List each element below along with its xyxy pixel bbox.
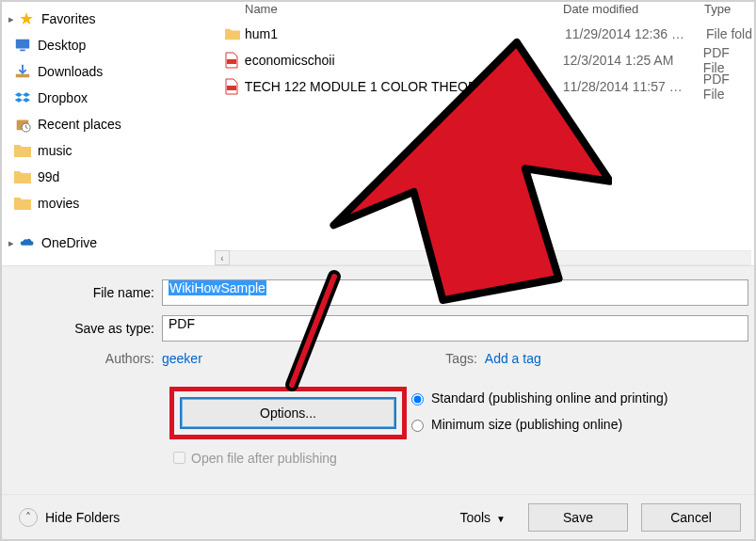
- save-button-label: Save: [563, 510, 593, 525]
- tools-dropdown[interactable]: Tools▼: [459, 510, 506, 525]
- optimize-minimum-radio[interactable]: Minimum size (publishing online): [407, 417, 754, 432]
- chevron-up-icon: ˄: [19, 508, 38, 527]
- sidebar-item-label: Downloads: [38, 64, 103, 79]
- standard-radio-input[interactable]: [411, 393, 424, 406]
- svg-rect-2: [16, 74, 29, 78]
- sidebar-item-label: Desktop: [38, 38, 86, 53]
- options-button-label: Options...: [260, 406, 316, 421]
- col-name-header[interactable]: Name: [215, 2, 563, 21]
- options-highlight: Options...: [169, 387, 407, 439]
- standard-radio-label: Standard (publishing online and printing…: [431, 390, 668, 406]
- authors-value[interactable]: geeker: [162, 351, 202, 366]
- open-file-checkbox[interactable]: Open file after publishing: [169, 449, 407, 467]
- file-row-pdf[interactable]: TECH 122 MODULE 1 COLOR THEORIES(2) 11/2…: [215, 73, 754, 100]
- pdf-icon: [224, 78, 245, 95]
- optimize-standard-radio[interactable]: Standard (publishing online and printing…: [407, 390, 754, 406]
- options-button[interactable]: Options...: [180, 397, 396, 429]
- save-form: File name: WikiHowSample Save as type: P…: [2, 265, 754, 494]
- file-date: 12/3/2014 1:25 AM: [563, 53, 703, 68]
- file-name: hum1: [245, 26, 565, 41]
- folder-icon: [224, 26, 245, 41]
- file-type: File fold: [706, 26, 752, 41]
- cancel-button[interactable]: Cancel: [641, 503, 741, 532]
- open-file-checkbox-input[interactable]: [173, 452, 185, 464]
- saveastype-select[interactable]: PDF: [162, 315, 748, 342]
- onedrive-icon: [17, 233, 36, 252]
- sidebar-item-desktop[interactable]: Desktop: [6, 32, 213, 58]
- sidebar-item-music[interactable]: music: [6, 137, 213, 164]
- scroll-left-button[interactable]: ‹: [215, 250, 230, 265]
- col-type-header[interactable]: Type: [704, 2, 754, 21]
- folder-icon: [13, 167, 32, 186]
- cancel-button-label: Cancel: [670, 510, 712, 525]
- folder-icon: [13, 194, 32, 213]
- authors-label: Authors:: [2, 351, 162, 366]
- filename-value: WikiHowSample: [169, 280, 266, 295]
- hide-folders-label: Hide Folders: [45, 510, 120, 525]
- sidebar-onedrive-label: OneDrive: [41, 235, 97, 250]
- svg-rect-6: [227, 86, 236, 90]
- file-type: PDF File: [703, 72, 754, 102]
- file-name: TECH 122 MODULE 1 COLOR THEORIES(2): [245, 79, 563, 94]
- downloads-icon: [13, 62, 32, 81]
- folder-icon: [13, 141, 32, 160]
- sidebar-onedrive[interactable]: ▸ OneDrive: [6, 230, 213, 256]
- expand-icon: ▸: [6, 13, 17, 25]
- save-button[interactable]: Save: [528, 503, 628, 532]
- star-icon: ★: [17, 9, 36, 28]
- tags-value[interactable]: Add a tag: [485, 351, 541, 366]
- sidebar-item-label: 99d: [38, 169, 59, 184]
- minimum-radio-label: Minimum size (publishing online): [431, 417, 622, 432]
- file-date: 11/28/2014 11:57 …: [563, 79, 703, 94]
- dialog-bottom-bar: ˄ Hide Folders Tools▼ Save Cancel: [2, 494, 754, 539]
- file-date: 11/29/2014 12:36 …: [565, 26, 706, 41]
- saveastype-label: Save as type:: [2, 321, 162, 336]
- sidebar-item-99d[interactable]: 99d: [6, 164, 213, 190]
- file-row-pdf[interactable]: economicschoii 12/3/2014 1:25 AM PDF Fil…: [215, 47, 754, 73]
- file-name: economicschoii: [245, 53, 563, 68]
- horizontal-scrollbar[interactable]: ‹: [215, 250, 751, 265]
- minimum-radio-input[interactable]: [411, 420, 424, 432]
- file-row-folder[interactable]: hum1 11/29/2014 12:36 … File fold: [215, 21, 754, 47]
- svg-rect-1: [20, 50, 24, 52]
- sidebar-favorites-label: Favorites: [41, 11, 96, 26]
- desktop-icon: [13, 36, 32, 55]
- sidebar-item-downloads[interactable]: Downloads: [6, 58, 213, 85]
- svg-rect-0: [16, 40, 29, 49]
- file-list: hum1 11/29/2014 12:36 … File fold econom…: [215, 21, 754, 254]
- file-list-header: Name Date modified Type: [215, 2, 754, 21]
- sidebar-favorites[interactable]: ▸ ★ Favorites: [6, 6, 213, 32]
- sidebar-item-recent[interactable]: Recent places: [6, 111, 213, 137]
- col-date-header[interactable]: Date modified: [563, 2, 704, 21]
- navigation-sidebar: ▸ ★ Favorites Desktop Downloads Dropbox …: [6, 6, 213, 255]
- sidebar-item-label: movies: [38, 196, 79, 211]
- sidebar-item-label: Dropbox: [38, 90, 88, 105]
- sidebar-item-label: Recent places: [38, 117, 121, 132]
- tags-label: Tags:: [428, 351, 485, 366]
- expand-icon: ▸: [6, 237, 17, 249]
- saveastype-value: PDF: [169, 316, 195, 331]
- pdf-icon: [224, 52, 245, 69]
- sidebar-item-movies[interactable]: movies: [6, 190, 213, 216]
- sidebar-item-dropbox[interactable]: Dropbox: [6, 85, 213, 111]
- tools-label: Tools: [459, 510, 491, 525]
- svg-rect-5: [227, 59, 236, 64]
- dropbox-icon: [13, 88, 32, 107]
- filename-label: File name:: [2, 285, 162, 300]
- hide-folders-button[interactable]: ˄ Hide Folders: [19, 508, 120, 527]
- filename-input[interactable]: WikiHowSample: [162, 279, 748, 306]
- save-as-dialog: Name Date modified Type ▸ ★ Favorites De…: [0, 0, 756, 541]
- recent-icon: [13, 115, 32, 134]
- open-file-label: Open file after publishing: [191, 451, 337, 466]
- sidebar-item-label: music: [38, 143, 72, 158]
- caret-down-icon: ▼: [496, 514, 506, 524]
- scroll-track[interactable]: [230, 250, 751, 265]
